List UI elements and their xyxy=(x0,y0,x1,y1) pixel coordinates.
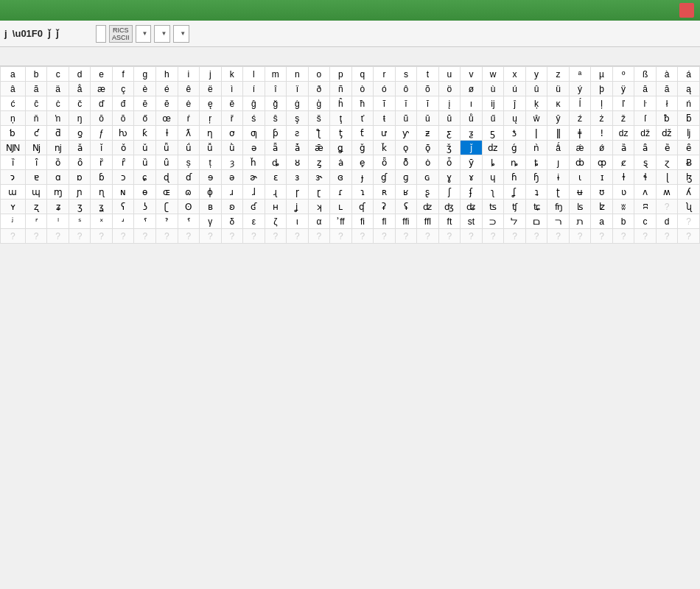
table-row[interactable]: ġ xyxy=(287,96,309,111)
table-row[interactable]: ɠ xyxy=(374,170,396,185)
table-row[interactable]: ɑ xyxy=(47,170,69,185)
table-row[interactable]: ĉ xyxy=(25,96,47,111)
table-row[interactable]: ʍ xyxy=(656,185,678,200)
table-row[interactable]: ư xyxy=(374,126,396,141)
table-row[interactable]: ż xyxy=(591,111,613,126)
table-row[interactable]: ă xyxy=(656,82,678,96)
table-row[interactable]: ɵ xyxy=(134,185,156,200)
table-row[interactable]: ų xyxy=(504,111,526,126)
table-row[interactable]: ȗ xyxy=(155,155,178,170)
table-row[interactable]: ˢ xyxy=(69,214,91,229)
table-row[interactable]: ɚ xyxy=(243,170,265,185)
table-row[interactable]: ? xyxy=(547,229,570,244)
table-row[interactable]: r xyxy=(374,67,396,82)
table-row[interactable]: ʴ xyxy=(112,214,134,229)
table-row[interactable]: ƀ xyxy=(656,111,678,126)
table-row[interactable]: i xyxy=(178,67,200,82)
table-row[interactable]: ŋ xyxy=(69,111,91,126)
table-row[interactable]: ʎ xyxy=(678,185,700,200)
table-row[interactable]: đ xyxy=(112,96,134,111)
table-row[interactable]: ɗ xyxy=(178,170,200,185)
table-row[interactable]: ǊΝ xyxy=(1,141,26,155)
table-row[interactable]: ʤ xyxy=(438,200,461,214)
table-row[interactable]: ļ xyxy=(591,96,613,111)
table-row[interactable]: ʫ xyxy=(591,200,613,214)
table-row[interactable]: º xyxy=(612,67,634,82)
table-row[interactable]: ȓ xyxy=(112,155,134,170)
table-row[interactable]: ʃ xyxy=(438,185,461,200)
table-row[interactable]: ? xyxy=(308,229,330,244)
table-row[interactable]: ʒ xyxy=(69,200,91,214)
table-row[interactable]: ê xyxy=(178,82,200,96)
table-row[interactable]: ń xyxy=(678,96,700,111)
table-row[interactable]: ˤ xyxy=(134,214,156,229)
table-row[interactable]: ǝ xyxy=(243,141,265,155)
table-row[interactable]: ǟ xyxy=(265,141,287,155)
table-row[interactable]: ź xyxy=(569,111,591,126)
table-row[interactable]: ĥ xyxy=(330,96,352,111)
table-row[interactable]: ɟ xyxy=(351,170,374,185)
table-row[interactable]: ŭ xyxy=(438,111,461,126)
table-row[interactable]: ? xyxy=(504,229,526,244)
table-row[interactable]: ƍ xyxy=(69,126,91,141)
table-row[interactable]: ÿ xyxy=(612,82,634,96)
table-row[interactable]: ʕ xyxy=(112,200,134,214)
table-row[interactable]: ƨ xyxy=(287,126,309,141)
table-row[interactable]: ɴ xyxy=(112,185,134,200)
table-row[interactable]: δ xyxy=(221,214,243,229)
table-row[interactable]: ǿ xyxy=(591,141,613,155)
table-row[interactable]: ĝ xyxy=(243,96,265,111)
table-row[interactable]: ě xyxy=(221,96,243,111)
table-row[interactable]: ﬥ xyxy=(504,214,526,229)
table-row[interactable]: ʓ xyxy=(91,200,113,214)
table-row[interactable]: ɔ xyxy=(112,170,134,185)
table-row[interactable]: ŧ xyxy=(374,111,396,126)
table-row[interactable]: ǐ xyxy=(91,141,113,155)
table-row[interactable]: ɶ xyxy=(155,185,178,200)
table-row[interactable]: ɂ xyxy=(1,170,26,185)
table-row[interactable]: û xyxy=(525,82,547,96)
table-row[interactable]: ɤ xyxy=(461,170,483,185)
table-row[interactable]: ? xyxy=(634,229,657,244)
table-row[interactable]: ɮ xyxy=(678,170,700,185)
block-dropdown[interactable]: ▼ xyxy=(154,25,170,43)
table-row[interactable]: ﬤ xyxy=(482,214,504,229)
table-row[interactable]: ű xyxy=(482,111,504,126)
table-row[interactable]: ɨ xyxy=(547,170,570,185)
table-row[interactable]: ɝ xyxy=(308,170,330,185)
table-row[interactable]: ȸ xyxy=(569,155,591,170)
table-row[interactable]: ʑ xyxy=(47,200,69,214)
table-row[interactable]: ɡ xyxy=(395,170,417,185)
table-row[interactable]: ʄ xyxy=(461,185,483,200)
table-row[interactable]: ƛ xyxy=(178,126,200,141)
table-row[interactable]: ş xyxy=(287,111,309,126)
table-row[interactable]: ä xyxy=(47,82,69,96)
table-row[interactable]: é xyxy=(155,82,178,96)
table-row[interactable]: ʯ xyxy=(678,200,700,214)
table-row[interactable]: ε xyxy=(243,214,265,229)
table-row[interactable]: ɦ xyxy=(504,170,526,185)
table-row[interactable]: ȷ xyxy=(547,155,570,170)
table-row[interactable]: ? xyxy=(134,229,156,244)
table-row[interactable]: ɧ xyxy=(525,170,547,185)
table-row[interactable]: ffl xyxy=(417,214,439,229)
table-row[interactable]: ǰ xyxy=(461,141,483,155)
table-row[interactable]: ģ xyxy=(308,96,330,111)
table-row[interactable]: ƚ xyxy=(155,126,178,141)
table-row[interactable]: ǻ xyxy=(547,141,570,155)
table-row[interactable]: ƭ xyxy=(351,126,374,141)
table-row[interactable]: ɩ xyxy=(569,170,591,185)
table-row[interactable]: ʾff xyxy=(330,214,352,229)
table-row[interactable]: ? xyxy=(612,229,634,244)
table-row[interactable]: ? xyxy=(112,229,134,244)
table-row[interactable]: ɲ xyxy=(69,185,91,200)
table-row[interactable]: ž xyxy=(612,111,634,126)
table-row[interactable]: ˣ xyxy=(91,214,113,229)
table-row[interactable]: ĳ xyxy=(482,96,504,111)
table-row[interactable]: ǡ xyxy=(287,141,309,155)
table-row[interactable]: ? xyxy=(330,229,352,244)
table-row[interactable]: ʅ xyxy=(482,185,504,200)
table-row[interactable]: ʳ xyxy=(25,214,47,229)
table-row[interactable]: ƥ xyxy=(265,126,287,141)
table-row[interactable]: ɞ xyxy=(330,170,352,185)
